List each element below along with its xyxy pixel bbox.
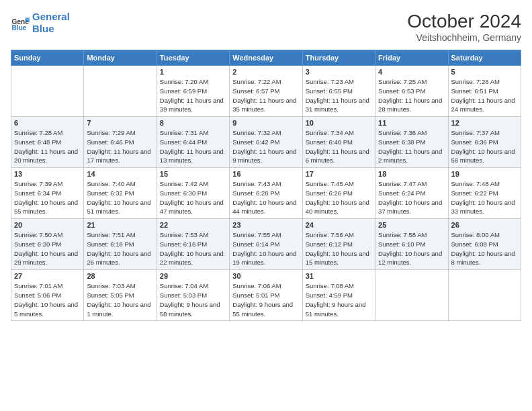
day-number: 4 bbox=[378, 68, 445, 76]
calendar-cell: 1Sunrise: 7:20 AM Sunset: 6:59 PM Daylig… bbox=[157, 66, 229, 117]
day-info: Sunrise: 7:26 AM Sunset: 6:51 PM Dayligh… bbox=[451, 77, 518, 114]
calendar-cell: 3Sunrise: 7:23 AM Sunset: 6:55 PM Daylig… bbox=[302, 66, 375, 117]
calendar-cell: 10Sunrise: 7:34 AM Sunset: 6:40 PM Dayli… bbox=[302, 117, 375, 168]
col-header-monday: Monday bbox=[84, 50, 157, 66]
day-info: Sunrise: 7:45 AM Sunset: 6:26 PM Dayligh… bbox=[306, 179, 372, 216]
calendar-cell: 16Sunrise: 7:43 AM Sunset: 6:28 PM Dayli… bbox=[230, 168, 302, 219]
day-info: Sunrise: 7:03 AM Sunset: 5:05 PM Dayligh… bbox=[87, 281, 153, 318]
calendar-week-row: 6Sunrise: 7:28 AM Sunset: 6:48 PM Daylig… bbox=[11, 117, 521, 168]
calendar-cell: 29Sunrise: 7:04 AM Sunset: 5:03 PM Dayli… bbox=[157, 270, 229, 321]
day-number: 15 bbox=[160, 170, 226, 178]
day-info: Sunrise: 7:37 AM Sunset: 6:36 PM Dayligh… bbox=[451, 128, 518, 165]
day-info: Sunrise: 8:00 AM Sunset: 6:08 PM Dayligh… bbox=[451, 230, 518, 267]
calendar-cell: 8Sunrise: 7:31 AM Sunset: 6:44 PM Daylig… bbox=[157, 117, 229, 168]
day-number: 31 bbox=[306, 272, 372, 280]
col-header-sunday: Sunday bbox=[11, 50, 84, 66]
logo-icon: Gene Blue bbox=[11, 13, 30, 32]
day-info: Sunrise: 7:28 AM Sunset: 6:48 PM Dayligh… bbox=[14, 128, 81, 165]
calendar-cell: 9Sunrise: 7:32 AM Sunset: 6:42 PM Daylig… bbox=[230, 117, 302, 168]
day-info: Sunrise: 7:40 AM Sunset: 6:32 PM Dayligh… bbox=[87, 179, 153, 216]
calendar-cell: 13Sunrise: 7:39 AM Sunset: 6:34 PM Dayli… bbox=[11, 168, 84, 219]
calendar-cell bbox=[375, 270, 448, 321]
calendar-week-row: 1Sunrise: 7:20 AM Sunset: 6:59 PM Daylig… bbox=[11, 66, 521, 117]
calendar-cell: 20Sunrise: 7:50 AM Sunset: 6:20 PM Dayli… bbox=[11, 219, 84, 270]
day-info: Sunrise: 7:56 AM Sunset: 6:12 PM Dayligh… bbox=[306, 230, 372, 267]
day-number: 17 bbox=[306, 170, 372, 178]
calendar-cell: 28Sunrise: 7:03 AM Sunset: 5:05 PM Dayli… bbox=[84, 270, 157, 321]
calendar-cell: 24Sunrise: 7:56 AM Sunset: 6:12 PM Dayli… bbox=[302, 219, 375, 270]
day-info: Sunrise: 7:42 AM Sunset: 6:30 PM Dayligh… bbox=[160, 179, 226, 216]
col-header-thursday: Thursday bbox=[302, 50, 375, 66]
day-info: Sunrise: 7:43 AM Sunset: 6:28 PM Dayligh… bbox=[232, 179, 299, 216]
calendar-table: SundayMondayTuesdayWednesdayThursdayFrid… bbox=[11, 50, 521, 321]
day-number: 29 bbox=[160, 272, 226, 280]
day-number: 16 bbox=[232, 170, 299, 178]
day-info: Sunrise: 7:48 AM Sunset: 6:22 PM Dayligh… bbox=[451, 179, 518, 216]
day-number: 3 bbox=[306, 68, 372, 76]
calendar-cell: 6Sunrise: 7:28 AM Sunset: 6:48 PM Daylig… bbox=[11, 117, 84, 168]
day-info: Sunrise: 7:55 AM Sunset: 6:14 PM Dayligh… bbox=[232, 230, 299, 267]
day-number: 1 bbox=[160, 68, 226, 76]
col-header-saturday: Saturday bbox=[448, 50, 521, 66]
calendar-cell: 19Sunrise: 7:48 AM Sunset: 6:22 PM Dayli… bbox=[448, 168, 521, 219]
day-number: 9 bbox=[232, 119, 299, 127]
day-number: 20 bbox=[14, 221, 81, 229]
day-info: Sunrise: 7:47 AM Sunset: 6:24 PM Dayligh… bbox=[378, 179, 445, 216]
day-number: 25 bbox=[378, 221, 445, 229]
calendar-cell: 22Sunrise: 7:53 AM Sunset: 6:16 PM Dayli… bbox=[157, 219, 229, 270]
day-number: 10 bbox=[306, 119, 372, 127]
calendar-cell: 12Sunrise: 7:37 AM Sunset: 6:36 PM Dayli… bbox=[448, 117, 521, 168]
day-number: 30 bbox=[232, 272, 299, 280]
day-info: Sunrise: 7:29 AM Sunset: 6:46 PM Dayligh… bbox=[87, 128, 153, 165]
title-block: October 2024 Veitshochheim, Germany bbox=[407, 11, 521, 43]
day-number: 18 bbox=[378, 170, 445, 178]
page-subtitle: Veitshochheim, Germany bbox=[407, 32, 521, 43]
calendar-cell: 31Sunrise: 7:08 AM Sunset: 4:59 PM Dayli… bbox=[302, 270, 375, 321]
day-number: 26 bbox=[451, 221, 518, 229]
calendar-cell: 27Sunrise: 7:01 AM Sunset: 5:06 PM Dayli… bbox=[11, 270, 84, 321]
day-number: 14 bbox=[87, 170, 153, 178]
calendar-cell: 4Sunrise: 7:25 AM Sunset: 6:53 PM Daylig… bbox=[375, 66, 448, 117]
svg-text:Blue: Blue bbox=[12, 24, 27, 32]
day-info: Sunrise: 7:22 AM Sunset: 6:57 PM Dayligh… bbox=[232, 77, 299, 114]
day-number: 6 bbox=[14, 119, 81, 127]
day-number: 24 bbox=[306, 221, 372, 229]
calendar-cell: 26Sunrise: 8:00 AM Sunset: 6:08 PM Dayli… bbox=[448, 219, 521, 270]
calendar-cell bbox=[448, 270, 521, 321]
calendar-week-row: 20Sunrise: 7:50 AM Sunset: 6:20 PM Dayli… bbox=[11, 219, 521, 270]
calendar-cell bbox=[11, 66, 84, 117]
day-number: 23 bbox=[232, 221, 299, 229]
calendar-cell: 5Sunrise: 7:26 AM Sunset: 6:51 PM Daylig… bbox=[448, 66, 521, 117]
page-title: October 2024 bbox=[407, 11, 521, 32]
calendar-header-row: SundayMondayTuesdayWednesdayThursdayFrid… bbox=[11, 50, 521, 66]
logo-text: General Blue bbox=[32, 11, 70, 35]
day-info: Sunrise: 7:08 AM Sunset: 4:59 PM Dayligh… bbox=[306, 281, 372, 318]
day-number: 22 bbox=[160, 221, 226, 229]
day-number: 21 bbox=[87, 221, 153, 229]
calendar-cell: 11Sunrise: 7:36 AM Sunset: 6:38 PM Dayli… bbox=[375, 117, 448, 168]
day-info: Sunrise: 7:25 AM Sunset: 6:53 PM Dayligh… bbox=[378, 77, 445, 114]
day-info: Sunrise: 7:50 AM Sunset: 6:20 PM Dayligh… bbox=[14, 230, 81, 267]
day-number: 7 bbox=[87, 119, 153, 127]
calendar-cell: 21Sunrise: 7:51 AM Sunset: 6:18 PM Dayli… bbox=[84, 219, 157, 270]
calendar-cell: 14Sunrise: 7:40 AM Sunset: 6:32 PM Dayli… bbox=[84, 168, 157, 219]
day-info: Sunrise: 7:53 AM Sunset: 6:16 PM Dayligh… bbox=[160, 230, 226, 267]
calendar-week-row: 13Sunrise: 7:39 AM Sunset: 6:34 PM Dayli… bbox=[11, 168, 521, 219]
day-info: Sunrise: 7:39 AM Sunset: 6:34 PM Dayligh… bbox=[14, 179, 81, 216]
logo: Gene Blue General Blue bbox=[11, 11, 70, 35]
day-number: 27 bbox=[14, 272, 81, 280]
day-info: Sunrise: 7:34 AM Sunset: 6:40 PM Dayligh… bbox=[306, 128, 372, 165]
day-info: Sunrise: 7:32 AM Sunset: 6:42 PM Dayligh… bbox=[232, 128, 299, 165]
calendar-cell: 23Sunrise: 7:55 AM Sunset: 6:14 PM Dayli… bbox=[230, 219, 302, 270]
day-info: Sunrise: 7:31 AM Sunset: 6:44 PM Dayligh… bbox=[160, 128, 226, 165]
calendar-cell: 30Sunrise: 7:06 AM Sunset: 5:01 PM Dayli… bbox=[230, 270, 302, 321]
day-number: 8 bbox=[160, 119, 226, 127]
day-info: Sunrise: 7:04 AM Sunset: 5:03 PM Dayligh… bbox=[160, 281, 226, 318]
day-number: 28 bbox=[87, 272, 153, 280]
day-number: 19 bbox=[451, 170, 518, 178]
calendar-cell bbox=[84, 66, 157, 117]
day-number: 2 bbox=[232, 68, 299, 76]
calendar-cell: 18Sunrise: 7:47 AM Sunset: 6:24 PM Dayli… bbox=[375, 168, 448, 219]
day-info: Sunrise: 7:58 AM Sunset: 6:10 PM Dayligh… bbox=[378, 230, 445, 267]
day-info: Sunrise: 7:06 AM Sunset: 5:01 PM Dayligh… bbox=[232, 281, 299, 318]
